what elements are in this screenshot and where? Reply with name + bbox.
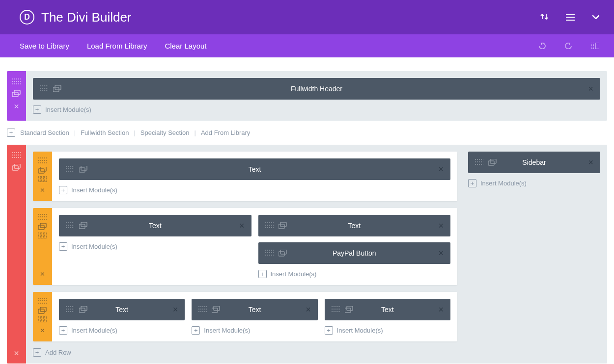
undo-icon[interactable] <box>539 43 546 49</box>
insert-modules-button[interactable]: +Insert Module(s) <box>59 186 450 194</box>
drag-icon[interactable] <box>38 157 47 163</box>
section-handle[interactable]: × <box>7 145 26 364</box>
duplicate-icon[interactable] <box>38 167 47 173</box>
add-specialty-section[interactable]: Specialty Section <box>140 129 190 136</box>
builder-canvas: × Fullwidth Header × + Insert Module(s) … <box>0 57 614 364</box>
module-label: Text <box>59 165 450 173</box>
module-text[interactable]: Text × <box>59 215 251 236</box>
row: × Text × +Insert Module(s) <box>33 152 457 201</box>
hamburger-menu-icon[interactable] <box>566 14 575 21</box>
columns-icon[interactable] <box>38 233 47 238</box>
drag-icon[interactable] <box>38 298 47 304</box>
module-text[interactable]: Text × <box>59 299 185 320</box>
duplicate-icon[interactable] <box>38 307 47 313</box>
module-label: Fullwidth Header <box>33 85 600 93</box>
chevron-down-icon[interactable] <box>592 15 599 19</box>
drag-icon[interactable] <box>12 77 21 85</box>
add-section-bar: + Standard Section| Fullwidth Section| S… <box>7 124 607 145</box>
plus-icon: + <box>59 242 67 251</box>
drag-icon[interactable] <box>38 214 47 220</box>
plus-icon: + <box>33 105 41 114</box>
row: × Text × +Insert Module(s <box>33 208 457 285</box>
insert-modules-button[interactable]: +Insert Module(s) <box>468 179 600 187</box>
plus-icon: + <box>468 179 476 187</box>
insert-label: Insert Module(s) <box>45 106 91 113</box>
module-label: Text <box>192 306 317 313</box>
close-icon[interactable]: × <box>40 326 45 336</box>
save-to-library-link[interactable]: Save to Library <box>20 42 69 50</box>
module-label: Text <box>258 222 451 230</box>
plus-icon: + <box>59 186 67 194</box>
toolbar: Save to Library Load From Library Clear … <box>0 34 614 57</box>
module-sidebar[interactable]: Sidebar × <box>468 152 600 173</box>
columns-icon[interactable] <box>38 316 47 322</box>
duplicate-icon[interactable] <box>12 89 21 98</box>
app-header: D The Divi Builder <box>0 0 614 34</box>
add-standard-section[interactable]: Standard Section <box>20 129 69 136</box>
close-icon[interactable]: × <box>40 185 45 195</box>
columns-icon[interactable] <box>38 176 47 182</box>
module-text[interactable]: Text × <box>59 158 450 180</box>
module-label: Text <box>59 222 251 230</box>
module-text[interactable]: Text × <box>258 215 451 236</box>
close-icon[interactable]: × <box>14 102 19 112</box>
row: × Text × +Insert Module(s <box>33 292 457 341</box>
insert-modules-button[interactable]: +Insert Module(s) <box>192 326 317 335</box>
insert-modules-button[interactable]: +Insert Module(s) <box>258 270 451 278</box>
module-label: PayPal Button <box>258 249 451 257</box>
section-specialty: × × <box>7 145 607 364</box>
plus-icon[interactable]: + <box>7 129 15 137</box>
plus-icon: + <box>59 326 67 335</box>
module-fullwidth-header[interactable]: Fullwidth Header × <box>33 78 600 100</box>
clear-layout-link[interactable]: Clear Layout <box>165 42 206 50</box>
drag-icon[interactable] <box>12 151 21 159</box>
plus-icon: + <box>192 326 200 335</box>
module-text[interactable]: Text × <box>192 299 317 320</box>
import-export-icon[interactable] <box>540 14 548 20</box>
module-text[interactable]: Text × <box>325 299 450 320</box>
logo-icon: D <box>20 10 34 25</box>
row-handle[interactable]: × <box>33 208 52 285</box>
close-icon[interactable]: × <box>14 348 19 359</box>
module-label: Text <box>59 306 185 313</box>
row-handle[interactable]: × <box>33 152 52 201</box>
add-row-button[interactable]: +Add Row <box>33 348 457 357</box>
section-handle[interactable]: × <box>7 71 26 121</box>
plus-icon: + <box>33 348 41 357</box>
add-fullwidth-section[interactable]: Fullwidth Section <box>81 129 129 136</box>
insert-modules-button[interactable]: + Insert Module(s) <box>33 105 600 114</box>
module-label: Sidebar <box>468 158 600 166</box>
load-from-library-link[interactable]: Load From Library <box>87 42 147 50</box>
duplicate-icon[interactable] <box>12 163 21 171</box>
module-label: Text <box>325 306 450 313</box>
plus-icon: + <box>258 270 267 278</box>
module-paypal[interactable]: PayPal Button × <box>258 242 451 264</box>
app-title: The Divi Builder <box>41 10 540 25</box>
plus-icon: + <box>325 326 333 335</box>
duplicate-icon[interactable] <box>38 223 47 229</box>
insert-modules-button[interactable]: +Insert Module(s) <box>59 326 185 335</box>
close-icon[interactable]: × <box>40 269 45 279</box>
row-handle[interactable]: × <box>33 292 52 341</box>
section-fullwidth: × Fullwidth Header × + Insert Module(s) <box>7 71 607 121</box>
add-from-library[interactable]: Add From Library <box>201 129 250 136</box>
insert-modules-button[interactable]: +Insert Module(s) <box>325 326 450 335</box>
insert-modules-button[interactable]: +Insert Module(s) <box>59 242 251 251</box>
toggle-view-icon[interactable] <box>591 43 599 49</box>
redo-icon[interactable] <box>565 43 572 49</box>
